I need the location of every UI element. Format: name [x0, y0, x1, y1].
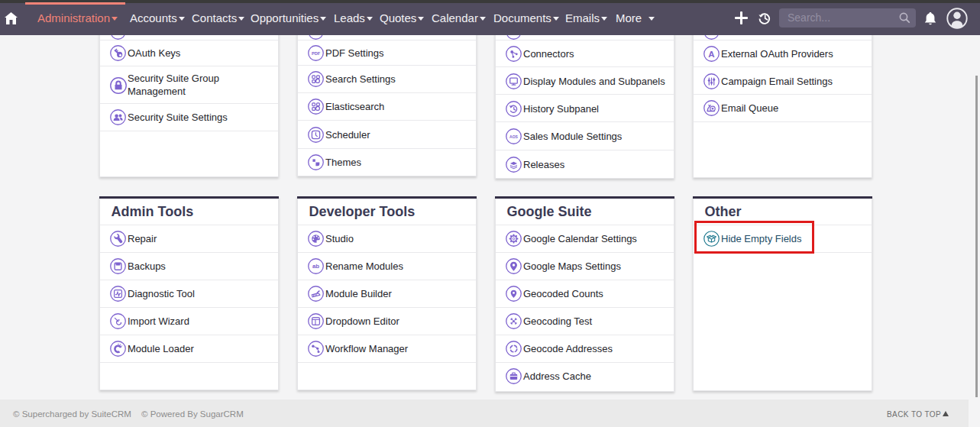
svg-text:AOS: AOS — [509, 134, 519, 139]
svg-text:PDF: PDF — [312, 51, 321, 56]
svg-text:A: A — [708, 49, 714, 58]
svg-text:ab: ab — [312, 263, 319, 270]
